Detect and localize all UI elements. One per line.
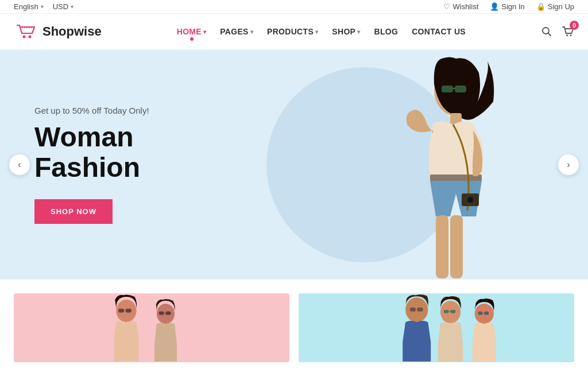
svg-point-28	[405, 297, 428, 322]
nav-pages[interactable]: PAGES ▾	[214, 24, 259, 40]
svg-point-2	[29, 36, 32, 38]
nav-products-label: PRODUCTS	[267, 27, 314, 36]
chevron-left-icon: ‹	[18, 160, 21, 170]
nav-pages-chevron-icon: ▾	[250, 29, 253, 35]
nav-home-chevron-icon: ▾	[203, 29, 206, 35]
language-label: English	[14, 2, 38, 11]
currency-label: USD	[53, 2, 68, 11]
language-chevron-icon: ▾	[41, 3, 44, 10]
nav-home[interactable]: HOME ▾	[171, 24, 212, 40]
lock-icon: 🔒	[536, 2, 546, 11]
nav-contact-label: CONTACT US	[412, 27, 466, 36]
svg-rect-21	[126, 309, 131, 313]
search-button[interactable]	[541, 26, 552, 37]
hero-title: Woman Fashion	[34, 122, 224, 183]
svg-point-15	[468, 197, 473, 202]
hero-model-image	[358, 56, 531, 280]
svg-rect-20	[118, 309, 124, 313]
search-icon	[541, 26, 552, 37]
promo-card-couple[interactable]	[299, 293, 574, 362]
nav-shop[interactable]: SHOP ▾	[326, 24, 366, 40]
nav-pages-label: PAGES	[220, 27, 248, 36]
svg-point-6	[570, 34, 572, 36]
nav-blog-label: BLOG	[374, 27, 399, 36]
svg-rect-37	[478, 312, 482, 315]
top-bar-right: ♡ Wishlist 👤 Sign In 🔒 Sign Up	[443, 2, 574, 11]
top-bar-left: English ▾ USD ▾	[14, 2, 74, 11]
svg-rect-9	[455, 86, 466, 92]
currency-selector[interactable]: USD ▾	[53, 2, 74, 11]
svg-point-1	[23, 36, 26, 38]
svg-rect-27	[299, 294, 574, 362]
currency-chevron-icon: ▾	[71, 3, 74, 10]
cart-button[interactable]: 0	[562, 25, 574, 38]
hero-shop-now-button[interactable]: SHOP NOW	[34, 199, 113, 224]
svg-point-5	[566, 34, 568, 36]
chevron-right-icon: ›	[567, 160, 570, 170]
nav-home-label: HOME	[177, 27, 202, 36]
svg-rect-30	[417, 308, 423, 312]
nav-contact[interactable]: CONTACT US	[406, 24, 471, 40]
svg-rect-24	[159, 312, 164, 315]
hero-next-button[interactable]: ›	[558, 154, 579, 175]
top-bar: English ▾ USD ▾ ♡ Wishlist 👤 Sign In 🔒 S…	[0, 0, 588, 14]
header: Shopwise HOME ▾ PAGES ▾ PRODUCTS ▾ SHOP …	[0, 14, 588, 50]
nav-shop-label: SHOP	[332, 27, 355, 36]
svg-rect-29	[410, 308, 416, 312]
promo-card-women[interactable]	[14, 293, 289, 362]
nav-blog[interactable]: BLOG	[369, 24, 404, 40]
promotional-cards	[0, 280, 588, 362]
signup-link[interactable]: 🔒 Sign Up	[536, 2, 574, 11]
heart-icon: ♡	[443, 2, 450, 11]
language-selector[interactable]: English ▾	[14, 2, 44, 11]
svg-rect-34	[450, 310, 455, 313]
hero-section: ‹ Get up to 50% off Today Only! Woman Fa…	[0, 50, 588, 280]
logo[interactable]: Shopwise	[14, 20, 102, 44]
nav-shop-chevron-icon: ▾	[357, 29, 360, 35]
svg-rect-0	[14, 20, 38, 44]
svg-rect-33	[444, 310, 449, 313]
header-actions: 0	[541, 25, 574, 38]
hero-subtitle: Get up to 50% off Today Only!	[34, 106, 224, 115]
svg-rect-25	[165, 312, 171, 315]
hero-prev-button[interactable]: ‹	[9, 154, 30, 175]
svg-rect-17	[450, 215, 463, 278]
svg-rect-18	[14, 294, 289, 362]
main-nav: HOME ▾ PAGES ▾ PRODUCTS ▾ SHOP ▾ BLOG CO…	[171, 24, 471, 40]
svg-line-4	[548, 33, 551, 36]
svg-point-36	[475, 304, 494, 324]
signin-link[interactable]: 👤 Sign In	[490, 2, 524, 11]
hero-content: Get up to 50% off Today Only! Woman Fash…	[0, 71, 258, 258]
svg-rect-8	[442, 86, 453, 92]
cart-badge: 0	[570, 21, 579, 30]
svg-rect-16	[436, 215, 448, 278]
logo-cart-icon	[14, 20, 38, 44]
svg-rect-38	[484, 312, 489, 315]
user-icon: 👤	[490, 2, 499, 11]
nav-products-chevron-icon: ▾	[315, 29, 318, 35]
nav-products[interactable]: PRODUCTS ▾	[261, 24, 324, 40]
logo-text: Shopwise	[42, 24, 102, 39]
wishlist-link[interactable]: ♡ Wishlist	[443, 2, 478, 11]
